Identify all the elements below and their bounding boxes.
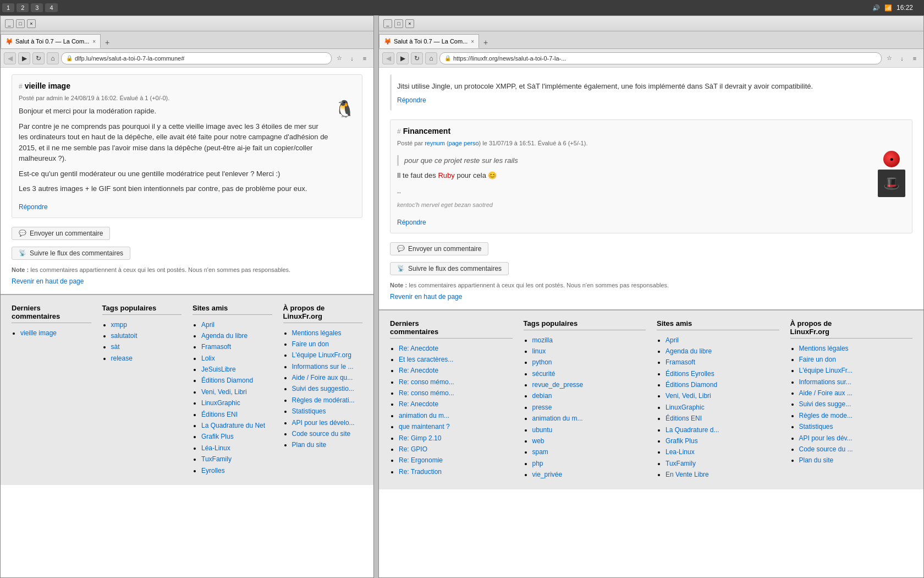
right-tab-close[interactable]: × — [471, 39, 474, 45]
apropos-link[interactable]: Suivi des suggestio... — [292, 385, 354, 392]
left-tab-close[interactable]: × — [92, 39, 96, 45]
site-link[interactable]: April — [201, 321, 215, 329]
right-comment-author-link[interactable]: reynum — [425, 140, 445, 146]
tag-link[interactable]: web — [532, 437, 544, 445]
derniers-item-link[interactable]: vieille image — [20, 329, 57, 337]
apropos-link[interactable]: Faire un don — [292, 340, 329, 348]
apropos-link[interactable]: Règles de mode... — [799, 412, 853, 419]
apropos-link[interactable]: Informations sur... — [799, 378, 851, 386]
left-address-bar[interactable]: 🔒 dlfp.lu/news/salut-a-toi-0-7-la-commun… — [61, 52, 332, 64]
tag-link[interactable]: animation du m... — [532, 415, 583, 422]
site-link[interactable]: LinuxGraphic — [201, 399, 240, 407]
right-home-button[interactable]: ⌂ — [425, 52, 437, 64]
right-reply-link-2[interactable]: Répondre — [397, 219, 905, 226]
tag-link[interactable]: debian — [532, 392, 552, 400]
tag-link[interactable]: spam — [532, 448, 548, 456]
derniers-item-link[interactable]: Re: Traduction — [399, 468, 442, 476]
derniers-item-link[interactable]: animation du m... — [399, 412, 449, 419]
site-link[interactable]: LinuxGraphic — [666, 403, 705, 411]
site-link[interactable]: TuxFamily — [201, 455, 232, 463]
apropos-link[interactable]: Suivi des sugge... — [799, 400, 851, 408]
apropos-link[interactable]: Code source du ... — [799, 445, 853, 453]
site-link[interactable]: La Quadrature d... — [666, 426, 719, 434]
site-link[interactable]: Eyrolles — [201, 467, 225, 475]
reply-link[interactable]: Répondre — [19, 203, 355, 211]
site-link[interactable]: TuxFamily — [666, 460, 696, 467]
taskbar-app-2[interactable]: 2 — [16, 3, 29, 12]
site-link[interactable]: Framasoft — [666, 358, 695, 366]
taskbar-app-3[interactable]: 3 — [31, 3, 43, 12]
right-send-comment-button[interactable]: 💬 Envoyer un commentaire — [390, 242, 488, 255]
taskbar-app-4[interactable]: 4 — [45, 3, 57, 12]
tag-link[interactable]: revue_de_presse — [532, 381, 584, 389]
apropos-link[interactable]: API pour les dévelo... — [292, 419, 355, 427]
right-tab-active[interactable]: 🦊 Salut à Toi 0.7 — La Com... × — [379, 34, 479, 48]
derniers-item-link[interactable]: Re: conso mémo... — [399, 378, 454, 386]
site-link[interactable]: Léa-Linux — [201, 444, 230, 452]
site-link[interactable]: La Quadrature du Net — [201, 422, 265, 429]
site-link[interactable]: Lea-Linux — [666, 448, 695, 456]
tag-link[interactable]: sécurité — [532, 370, 556, 378]
right-back-button[interactable]: ◀ — [382, 52, 394, 64]
left-reload-button[interactable]: ↻ — [32, 52, 45, 64]
site-link[interactable]: April — [666, 336, 679, 344]
left-new-tab-button[interactable]: + — [101, 36, 114, 48]
apropos-link[interactable]: Plan du site — [799, 456, 834, 464]
right-bookmarks-icon[interactable]: ☆ — [884, 53, 895, 64]
tag-link[interactable]: linux — [532, 347, 546, 355]
right-maximize-button[interactable]: □ — [394, 19, 403, 28]
right-minimize-button[interactable]: _ — [383, 19, 392, 28]
right-menu-icon[interactable]: ≡ — [909, 53, 920, 64]
left-bookmarks-icon[interactable]: ☆ — [334, 53, 345, 64]
left-downloads-icon[interactable]: ↓ — [346, 53, 358, 64]
site-link[interactable]: Agenda du libre — [201, 332, 248, 340]
left-tab-active[interactable]: 🦊 Salut à Toi 0.7 — La Com... × — [1, 34, 101, 48]
right-close-button[interactable]: × — [405, 19, 414, 28]
maximize-button[interactable]: □ — [16, 19, 25, 28]
follow-feed-button[interactable]: 📡 Suivre le flux des commentaires — [12, 247, 130, 260]
apropos-link[interactable]: L'équipe LinuxFr... — [799, 367, 853, 374]
send-comment-button[interactable]: 💬 Envoyer un commentaire — [12, 227, 110, 240]
apropos-link[interactable]: Plan du site — [292, 441, 327, 449]
derniers-item-link[interactable]: Re: Anecdote — [399, 345, 438, 352]
site-link[interactable]: Grafik Plus — [666, 437, 698, 445]
right-reply-link-1[interactable]: Répondre — [397, 96, 906, 104]
site-link[interactable]: Éditions ENI — [666, 415, 702, 422]
site-link[interactable]: Grafik Plus — [201, 433, 234, 440]
right-forward-button[interactable]: ▶ — [397, 52, 409, 64]
apropos-link[interactable]: API pour les dév... — [799, 434, 853, 442]
tag-link[interactable]: python — [532, 358, 552, 366]
left-back-to-top[interactable]: Revenir en haut de page — [12, 277, 362, 285]
tag-link[interactable]: salutatoit — [111, 332, 138, 340]
derniers-item-link[interactable]: Re: Gimp 2.10 — [399, 434, 441, 442]
left-forward-button[interactable]: ▶ — [18, 52, 30, 64]
site-link[interactable]: En Vente Libre — [666, 471, 709, 478]
right-comment-perso-link[interactable]: page perso — [449, 140, 479, 146]
tag-link[interactable]: ubuntu — [532, 426, 553, 434]
right-new-tab-button[interactable]: + — [479, 36, 492, 48]
minimize-button[interactable]: _ — [5, 19, 14, 28]
right-page-content[interactable]: Jitsi utilise Jingle, un protocole XMPP,… — [379, 68, 923, 577]
site-link[interactable]: Lolix — [201, 355, 215, 362]
tag-link[interactable]: release — [111, 355, 133, 362]
right-back-to-top[interactable]: Revenir en haut de page — [390, 293, 912, 301]
apropos-link[interactable]: Statistiques — [292, 407, 326, 415]
derniers-item-link[interactable]: Re: Anecdote — [399, 367, 438, 374]
apropos-link[interactable]: Aide / Foire aux qu... — [292, 374, 353, 381]
apropos-link[interactable]: Mentions légales — [292, 329, 342, 337]
site-link[interactable]: Veni, Vedi, Libri — [666, 392, 711, 400]
derniers-item-link[interactable]: Re: Anecdote — [399, 400, 438, 408]
left-back-button[interactable]: ◀ — [4, 52, 16, 64]
tag-link[interactable]: vie_privée — [532, 471, 563, 478]
site-link[interactable]: Agenda du libre — [666, 347, 712, 355]
derniers-item-link[interactable]: Re: Ergonomie — [399, 456, 443, 464]
site-link[interactable]: Framasoft — [201, 343, 231, 351]
close-button[interactable]: × — [27, 19, 36, 28]
apropos-link[interactable]: Aide / Foire aux ... — [799, 389, 853, 397]
site-link[interactable]: JeSuisLibre — [201, 366, 236, 373]
site-link-editions-diamond[interactable]: Éditions Diamond — [201, 377, 253, 384]
tag-link[interactable]: sàt — [111, 343, 120, 351]
site-link[interactable]: Éditions Eyrolles — [666, 370, 714, 378]
right-address-bar[interactable]: 🔒 https://linuxfr.org/news/salut-a-toi-0… — [439, 52, 882, 64]
tag-link[interactable]: mozilla — [532, 336, 553, 344]
